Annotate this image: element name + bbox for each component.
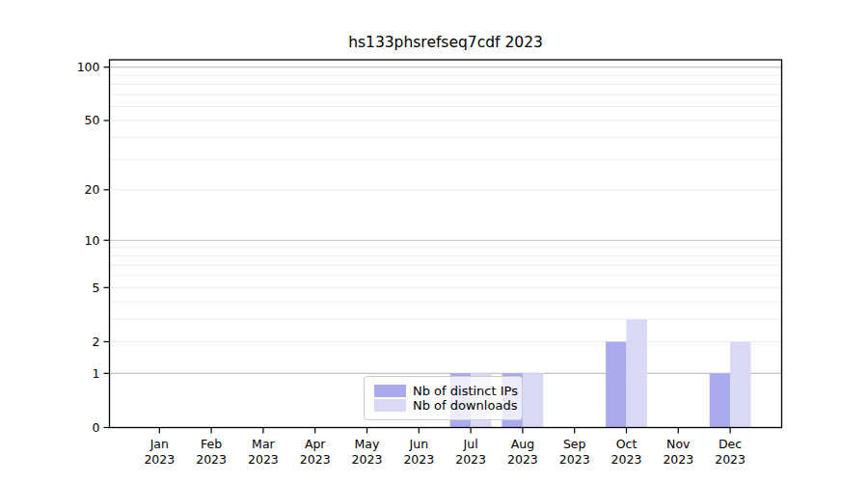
x-tick-label-year: 2023 — [663, 452, 693, 467]
x-tick-label-year: 2023 — [507, 452, 538, 467]
plot-border — [110, 60, 782, 428]
y-tick-label: 0 — [93, 420, 100, 435]
x-tick-label-year: 2023 — [196, 452, 227, 467]
x-tick-label-year: 2023 — [559, 452, 590, 467]
x-tick-label-year: 2023 — [248, 452, 279, 467]
x-tick-label-month: Dec — [719, 437, 742, 451]
bar-distinct-ips-oct — [606, 342, 626, 428]
x-tick-label-month: Jul — [463, 437, 478, 451]
bar-downloads-aug — [523, 373, 543, 427]
bar-downloads-oct — [627, 319, 647, 427]
y-tick-label: 10 — [85, 233, 100, 248]
legend-item-downloads: Nb of downloads — [374, 399, 513, 412]
x-tick-label-month: Sep — [563, 437, 586, 451]
legend-label-downloads: Nb of downloads — [413, 399, 517, 412]
y-tick-label: 100 — [77, 60, 100, 74]
figure: hs133phsrefseq7cdf 2023 0125102050100Jan… — [0, 0, 868, 482]
y-tick-label: 50 — [85, 113, 100, 127]
x-tick-label-year: 2023 — [300, 452, 331, 467]
bar-distinct-ips-dec — [710, 373, 730, 427]
x-tick-label-month: Nov — [666, 437, 691, 451]
x-tick-label-month: Jun — [409, 437, 429, 451]
legend: Nb of distinct IPs Nb of downloads — [364, 376, 523, 420]
x-tick-label-month: Oct — [616, 437, 637, 451]
y-tick-label: 2 — [93, 335, 100, 349]
y-tick-label: 20 — [85, 182, 100, 197]
y-tick-label: 5 — [93, 281, 100, 295]
x-tick-label-year: 2023 — [715, 452, 746, 467]
x-tick-label-month: May — [355, 437, 380, 451]
x-tick-label-year: 2023 — [352, 452, 383, 467]
x-tick-label-year: 2023 — [144, 452, 175, 467]
y-tick-label: 1 — [93, 366, 100, 381]
x-tick-label-year: 2023 — [455, 452, 486, 467]
bar-downloads-dec — [730, 342, 750, 428]
x-tick-label-month: Mar — [252, 437, 275, 451]
legend-item-distinct-ips: Nb of distinct IPs — [374, 385, 513, 397]
x-tick-label-year: 2023 — [403, 452, 434, 467]
x-tick-label-month: Apr — [305, 437, 326, 451]
x-tick-label-month: Jan — [149, 437, 169, 451]
legend-swatch-distinct-ips — [374, 385, 406, 397]
legend-label-distinct-ips: Nb of distinct IPs — [413, 385, 518, 397]
x-tick-label-month: Aug — [511, 437, 534, 451]
x-tick-label-year: 2023 — [611, 452, 642, 467]
x-tick-label-month: Feb — [201, 437, 222, 451]
legend-swatch-downloads — [374, 399, 406, 412]
